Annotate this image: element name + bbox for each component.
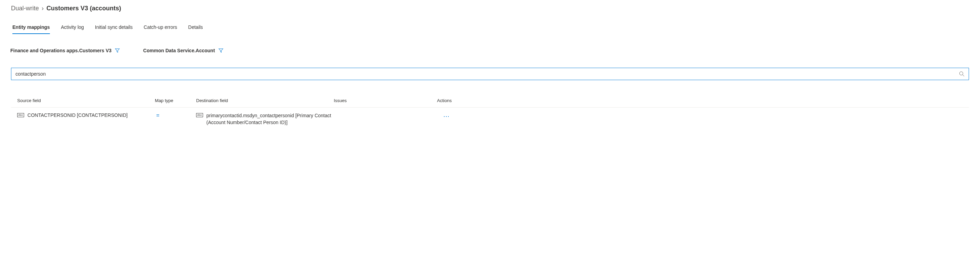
column-header-maptype[interactable]: Map type [155,98,196,103]
tab-activity-log[interactable]: Activity log [61,22,84,34]
svg-line-1 [963,75,964,77]
source-field-cell: Abc CONTACTPERSONID [CONTACTPERSONID] [17,112,155,118]
column-header-destination[interactable]: Destination field [196,98,334,103]
dest-entity-text: Common Data Service.Account [143,48,215,53]
tab-details[interactable]: Details [188,22,203,34]
entity-filter-row: Finance and Operations apps.Customers V3… [0,34,980,60]
table-header-row: Source field Map type Destination field … [11,98,969,107]
destination-field-cell: Abc primarycontactid.msdyn_contactperson… [196,112,334,126]
filter-icon[interactable] [115,48,120,53]
svg-point-0 [960,72,963,75]
search-container [0,60,980,80]
source-entity-label: Finance and Operations apps.Customers V3 [10,48,120,53]
destination-field-value: primarycontactid.msdyn_contactpersonid [… [207,112,334,126]
tabs-bar: Entity mappings Activity log Initial syn… [0,16,980,34]
tab-catch-up-errors[interactable]: Catch-up errors [144,22,177,34]
filter-icon[interactable] [218,48,223,53]
source-field-value: CONTACTPERSONID [CONTACTPERSONID] [27,112,128,118]
maptype-cell[interactable]: = [155,112,196,119]
text-type-icon: Abc [196,113,203,117]
equals-icon: = [155,112,159,118]
table-row[interactable]: Abc CONTACTPERSONID [CONTACTPERSONID] = … [11,107,969,131]
column-header-actions[interactable]: Actions [437,98,471,103]
search-icon[interactable] [955,68,969,80]
chevron-right-icon: › [41,5,44,12]
mappings-table: Source field Map type Destination field … [11,98,969,131]
breadcrumb: Dual-write › Customers V3 (accounts) [0,0,980,16]
text-type-icon: Abc [17,113,24,117]
column-header-issues[interactable]: Issues [334,98,437,103]
actions-cell: ⋯ [437,112,471,120]
column-header-source[interactable]: Source field [17,98,155,103]
search-box [11,68,969,80]
dest-entity-label: Common Data Service.Account [143,48,223,53]
source-entity-text: Finance and Operations apps.Customers V3 [10,48,111,53]
tab-entity-mappings[interactable]: Entity mappings [13,22,50,34]
breadcrumb-current: Customers V3 (accounts) [46,5,121,12]
more-actions-icon[interactable]: ⋯ [437,113,450,120]
search-input[interactable] [11,69,955,79]
breadcrumb-parent-link[interactable]: Dual-write [11,5,39,12]
tab-initial-sync-details[interactable]: Initial sync details [95,22,133,34]
